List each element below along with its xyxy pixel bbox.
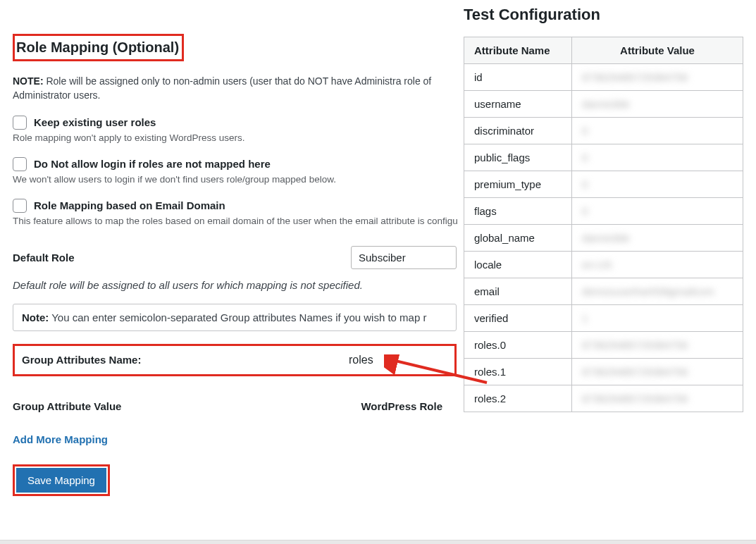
attr-value-cell: demosuserhwrh58gmailcom [572, 278, 743, 305]
attr-name-cell: flags [464, 198, 572, 225]
attr-name-cell: username [464, 91, 572, 118]
attr-value-cell: 0 [572, 118, 743, 144]
test-config-title: Test Configuration [464, 6, 743, 24]
checkbox-icon[interactable] [13, 157, 27, 171]
attr-name-cell: locale [464, 252, 572, 278]
option-desc: We won't allow users to login if we don'… [13, 174, 464, 185]
table-row: roles.2873629485729384756 [464, 385, 743, 412]
attr-name-cell: id [464, 64, 572, 91]
default-role-desc: Default role will be assigned to all use… [13, 279, 464, 291]
page-footer-divider [0, 540, 756, 544]
note-label: NOTE: [13, 75, 44, 87]
default-role-row: Default Role Subsciber [13, 246, 464, 269]
group-attributes-row: Group Attributes Name: [13, 344, 457, 376]
option-keep-existing-roles[interactable]: Keep existing user roles [13, 116, 464, 130]
table-row: global_namedannicible [464, 225, 743, 252]
option-label: Role Mapping based on Email Domain [34, 199, 225, 211]
attr-name-cell: roles.2 [464, 385, 572, 412]
attr-name-cell: verified [464, 305, 572, 332]
th-attribute-name: Attribute Name [464, 37, 572, 64]
option-label: Do Not allow login if roles are not mapp… [34, 158, 271, 170]
attr-name-cell: roles.1 [464, 359, 572, 385]
attr-value-cell: 873629485729384756 [572, 359, 743, 385]
role-mapping-note: NOTE: Role will be assigned only to non-… [13, 74, 464, 103]
attr-name-cell: global_name [464, 225, 572, 252]
attr-value-cell: dannicible [572, 225, 743, 252]
table-row: premium_type0 [464, 171, 743, 198]
group-attributes-label: Group Attributes Name: [22, 354, 349, 366]
table-row: discriminator0 [464, 118, 743, 144]
table-row: roles.0873629485729384756 [464, 332, 743, 359]
test-configuration-panel: Test Configuration Attribute Name Attrib… [464, 0, 756, 544]
attr-value-cell: 873629485729384756 [572, 64, 743, 91]
table-row: roles.1873629485729384756 [464, 359, 743, 385]
attr-value-cell: 0 [572, 171, 743, 198]
attr-name-cell: email [464, 278, 572, 305]
mapping-columns-header: Group Attribute Value WordPress Role [13, 400, 457, 412]
checkbox-icon[interactable] [13, 199, 27, 213]
checkbox-icon[interactable] [13, 116, 27, 130]
attr-value-cell: 1 [572, 305, 743, 332]
table-row: usernamedannicible [464, 91, 743, 118]
attributes-table: Attribute Name Attribute Value id8736294… [464, 37, 743, 412]
section-title-role-mapping: Role Mapping (Optional) [13, 34, 184, 61]
save-mapping-button[interactable]: Save Mapping [16, 468, 106, 493]
default-role-select[interactable]: Subsciber [351, 246, 457, 269]
attr-name-cell: discriminator [464, 118, 572, 144]
option-label: Keep existing user roles [34, 116, 156, 128]
table-row: emaildemosuserhwrh58gmailcom [464, 278, 743, 305]
attr-value-cell: 873629485729384756 [572, 332, 743, 359]
table-row: localeen-US [464, 252, 743, 278]
group-attr-note-box: Note: You can enter semicolon-separated … [13, 304, 457, 331]
option-block-unmapped-login[interactable]: Do Not allow login if roles are not mapp… [13, 157, 464, 171]
col-header-wp-role: WordPress Role [361, 400, 442, 412]
add-more-mapping-link[interactable]: Add More Mapping [13, 433, 108, 445]
attr-name-cell: premium_type [464, 171, 572, 198]
attr-value-cell: 0 [572, 144, 743, 171]
table-row: id873629485729384756 [464, 64, 743, 91]
table-row: public_flags0 [464, 144, 743, 171]
col-header-group-attr-value: Group Attribute Value [13, 400, 361, 412]
table-row: flags0 [464, 198, 743, 225]
option-desc: This feature allows to map the roles bas… [13, 216, 464, 226]
option-email-domain-mapping[interactable]: Role Mapping based on Email Domain [13, 199, 464, 213]
attr-value-cell: 0 [572, 198, 743, 225]
default-role-label: Default Role [13, 252, 76, 264]
note-box-label: Note: [22, 311, 49, 323]
note-text: Role will be assigned only to non-admin … [13, 75, 431, 101]
note-box-text: You can enter semicolon-separated Group … [49, 311, 426, 323]
attr-value-cell: 873629485729384756 [572, 385, 743, 412]
option-desc: Role mapping won't apply to existing Wor… [13, 132, 464, 143]
th-attribute-value: Attribute Value [572, 37, 743, 64]
table-row: verified1 [464, 305, 743, 332]
select-value: Subsciber [359, 252, 406, 264]
role-mapping-panel: Role Mapping (Optional) NOTE: Role will … [13, 0, 464, 544]
group-attributes-input[interactable] [349, 352, 447, 369]
attr-value-cell: dannicible [572, 91, 743, 118]
attr-name-cell: roles.0 [464, 332, 572, 359]
save-mapping-highlight: Save Mapping [13, 464, 110, 496]
attr-name-cell: public_flags [464, 144, 572, 171]
attr-value-cell: en-US [572, 252, 743, 278]
